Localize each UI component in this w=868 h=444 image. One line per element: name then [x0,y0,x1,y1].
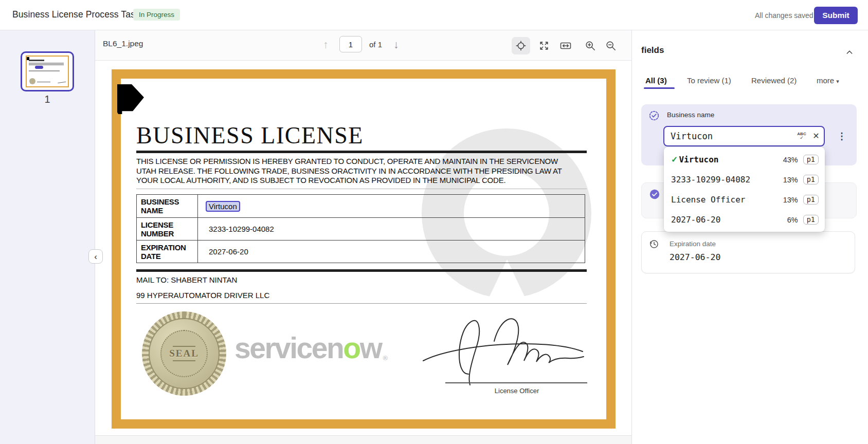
thumbnail-page-number: 1 [21,94,74,105]
mail-to-line: MAIL TO: SHABERT NINTAN [136,275,237,284]
chevron-left-icon: ‹ [94,252,97,261]
caret-down-icon: ▾ [836,78,839,84]
tab-all[interactable]: All (3) [645,76,667,85]
seal-center: SEAL [160,330,208,377]
page-bottom-edge [95,435,631,444]
suggestion-text: License Officer [671,195,746,205]
document-title: BUSINESS LICENSE [136,122,364,149]
field-card-expiration-date[interactable]: Expiration date 2027-06-20 [641,231,855,273]
suggestion-text: 3233-10299-04082 [671,175,750,184]
document-filename: BL6_1.jpeg [103,39,143,48]
signature-label: License Officer [478,387,555,395]
thumbnail-preview [26,55,69,87]
expand-icon [538,40,550,51]
fullscreen-button[interactable] [535,37,553,54]
thumbnail-text-line [29,70,60,71]
tab-more[interactable]: more▾ [817,76,839,85]
suggestion-text: Virtucon [679,155,718,164]
field-menu-button[interactable]: ⋮ [835,129,849,143]
signature-line [445,382,587,383]
logo-text: w [360,331,382,364]
thumbnail-title-line [29,60,44,61]
divider [136,269,587,272]
suggestion-page-badge: p1 [803,175,819,184]
field-value: 2027-06-20 [670,252,720,262]
divider [136,151,587,153]
zoom-in-icon [585,40,596,51]
crosshair-icon [515,40,527,51]
abc-check-icon: ✓ [800,136,804,140]
table-row: BUSINESS NAME Virtucon [137,195,585,217]
suggestion-page-badge: p1 [803,215,819,225]
business-name-input[interactable] [664,131,795,141]
fit-width-icon [559,40,572,52]
previous-page-button[interactable]: ↑ [323,39,329,50]
business-name-input-wrap: ABC✓ ✕ [663,126,825,146]
close-icon: ✕ [812,132,819,140]
clear-value-button[interactable]: ✕ [808,132,824,140]
field-label: Expiration date [670,240,716,248]
annotation-select-button[interactable] [512,37,530,54]
seal-ornament [173,346,195,347]
collapse-sidebar-button[interactable]: ‹ [88,249,103,264]
suggestion-item[interactable]: 3233-10299-04082 13% p1 [664,170,825,190]
tab-to-review[interactable]: To review (1) [687,76,731,85]
fields-panel-title: fields [641,45,664,55]
more-label: more [817,76,834,85]
page-total-label: of 1 [369,40,382,49]
business-name-annotation[interactable]: Virtucon [206,201,240,212]
servicenow-logo: servicenow® [234,331,388,365]
page-number-input[interactable] [339,36,362,52]
table-row-label: LICENSE NUMBER [137,218,198,240]
zoom-out-icon [605,40,617,51]
reviewed-check-icon [649,189,660,200]
thumbnail-seal [29,78,35,84]
table-row-value: 3233-10299-04082 [198,218,585,240]
suggestion-item[interactable]: 2027-06-20 6% p1 [664,210,825,230]
suggestion-item[interactable]: License Officer 13% p1 [664,190,825,210]
tab-reviewed[interactable]: Reviewed (2) [751,76,797,85]
arrow-up-icon: ↑ [323,39,329,50]
suggestion-item[interactable]: ✓ Virtucon 43% p1 [664,150,825,170]
seal-text: SEAL [169,348,199,359]
table-row-label: EXPIRATION DATE [137,240,198,263]
zoom-out-button[interactable] [602,37,620,54]
autosave-status: All changes saved [755,11,813,20]
license-table: BUSINESS NAME Virtucon LICENSE NUMBER 32… [136,194,585,263]
page-title: Business License Process Task [12,9,140,20]
thumbnail-signature [58,80,66,83]
table-row-value: Virtucon [198,195,585,217]
zoom-in-button[interactable] [581,37,600,54]
suggestion-text: 2027-06-20 [671,215,720,225]
field-label: Business name [667,111,714,119]
next-page-button[interactable]: ↓ [393,39,399,50]
kebab-icon: ⋮ [837,131,846,141]
thumbnail-logo [37,81,50,83]
suggestion-page-badge: p1 [803,195,819,205]
suggestion-confidence: 13% [783,196,798,204]
collapse-fields-button[interactable] [843,46,856,59]
thumbnail-highlight-chip [35,66,43,69]
table-row-value: 2027-06-20 [198,240,585,263]
fit-width-button[interactable] [556,37,575,54]
to-review-dashed-check-icon [648,110,660,121]
registered-mark: ® [383,354,388,362]
status-badge: In Progress [133,9,180,21]
page-thumbnail[interactable] [21,51,74,91]
spellcheck-button[interactable]: ABC✓ [795,132,808,140]
table-row: LICENSE NUMBER 3233-10299-04082 [137,217,585,240]
logo-text: servicen [234,331,343,364]
divider [136,189,587,189]
divider [136,303,587,304]
document-intro-text: THIS LICENSE OR PERMISSION IS HEREBY GRA… [136,157,578,186]
submit-button[interactable]: Submit [814,7,858,24]
signature-scribble [419,308,589,385]
thumbnail-rail [0,30,95,444]
suggestion-confidence: 13% [783,176,798,184]
suggestion-confidence: 6% [787,216,798,224]
seal-ornament [173,360,195,361]
suggestion-page-badge: p1 [803,155,819,164]
check-icon: ✓ [671,155,678,164]
active-tab-underline [644,87,675,89]
arrow-down-icon: ↓ [393,39,399,50]
